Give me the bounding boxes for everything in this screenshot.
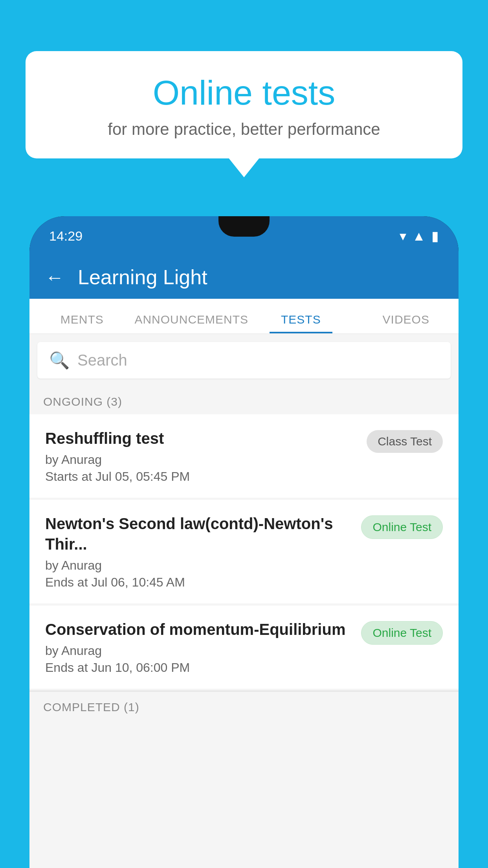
test-name-reshuffling: Reshuffling test bbox=[45, 428, 359, 449]
test-card-conservation[interactable]: Conservation of momentum-Equilibrium by … bbox=[29, 605, 459, 689]
status-time: 14:29 bbox=[49, 228, 83, 244]
notch bbox=[218, 216, 270, 237]
signal-icon: ▲ bbox=[412, 228, 426, 244]
test-name-newtons: Newton's Second law(contd)-Newton's Thir… bbox=[45, 513, 353, 554]
test-author-newtons: by Anurag bbox=[45, 558, 353, 573]
phone-frame: 14:29 ▾ ▲ ▮ ← Learning Light MENTS ANNOU… bbox=[29, 216, 459, 868]
bubble-subtitle: for more practice, better performance bbox=[49, 120, 439, 139]
test-card-reshuffling[interactable]: Reshuffling test by Anurag Starts at Jul… bbox=[29, 414, 459, 498]
phone-content: 🔍 Search ONGOING (3) Reshuffling test by… bbox=[29, 334, 459, 868]
test-info-newtons: Newton's Second law(contd)-Newton's Thir… bbox=[45, 513, 361, 590]
status-icons: ▾ ▲ ▮ bbox=[400, 228, 439, 244]
speech-bubble: Online tests for more practice, better p… bbox=[26, 51, 462, 158]
tab-videos[interactable]: VIDEOS bbox=[354, 313, 459, 333]
test-author-conservation: by Anurag bbox=[45, 644, 353, 658]
back-button[interactable]: ← bbox=[45, 267, 64, 288]
search-icon: 🔍 bbox=[49, 351, 70, 370]
tab-announcements[interactable]: ANNOUNCEMENTS bbox=[134, 313, 248, 333]
test-badge-newtons: Online Test bbox=[361, 515, 443, 539]
test-author-reshuffling: by Anurag bbox=[45, 452, 359, 467]
test-info-reshuffling: Reshuffling test by Anurag Starts at Jul… bbox=[45, 428, 367, 484]
ongoing-section-header: ONGOING (3) bbox=[29, 386, 459, 414]
test-badge-reshuffling: Class Test bbox=[367, 430, 443, 453]
test-name-conservation: Conservation of momentum-Equilibrium bbox=[45, 619, 353, 640]
search-bar[interactable]: 🔍 Search bbox=[37, 342, 451, 379]
tab-tests[interactable]: TESTS bbox=[248, 313, 353, 333]
test-badge-conservation: Online Test bbox=[361, 621, 443, 645]
test-info-conservation: Conservation of momentum-Equilibrium by … bbox=[45, 619, 361, 675]
wifi-icon: ▾ bbox=[400, 228, 406, 244]
completed-section-header: COMPLETED (1) bbox=[29, 690, 459, 720]
bubble-title: Online tests bbox=[49, 73, 439, 113]
tab-bar: MENTS ANNOUNCEMENTS TESTS VIDEOS bbox=[29, 299, 459, 334]
test-date-newtons: Ends at Jul 06, 10:45 AM bbox=[45, 575, 353, 590]
test-date-conservation: Ends at Jun 10, 06:00 PM bbox=[45, 660, 353, 675]
status-bar: 14:29 ▾ ▲ ▮ bbox=[29, 216, 459, 256]
tab-ments[interactable]: MENTS bbox=[29, 313, 134, 333]
test-date-reshuffling: Starts at Jul 05, 05:45 PM bbox=[45, 469, 359, 484]
search-input[interactable]: Search bbox=[77, 351, 127, 369]
app-title: Learning Light bbox=[78, 265, 207, 289]
test-card-newtons[interactable]: Newton's Second law(contd)-Newton's Thir… bbox=[29, 500, 459, 603]
app-header: ← Learning Light bbox=[29, 256, 459, 299]
battery-icon: ▮ bbox=[431, 228, 439, 244]
